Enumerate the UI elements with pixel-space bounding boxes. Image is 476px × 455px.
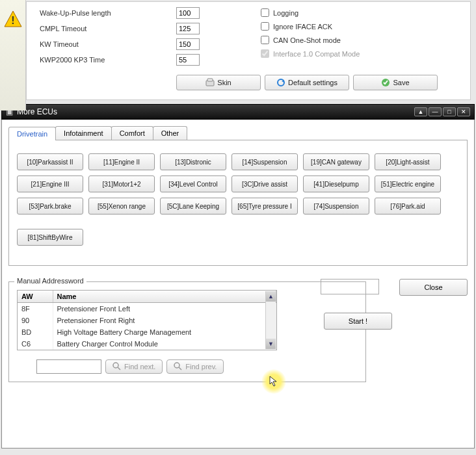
defaults-button[interactable]: Default settings [265, 75, 349, 90]
search-next-icon [112, 362, 122, 371]
close-button[interactable]: ✕ [457, 107, 470, 116]
settings-panel: Wake-Up-Pulse length CMPL Timeout KW Tim… [26, 1, 471, 100]
iface-ack-checkbox[interactable] [261, 22, 269, 31]
ecu-button-15[interactable]: [65]Tyre pressure I [231, 198, 298, 214]
logging-label: Logging [273, 9, 298, 17]
ecu-button-8[interactable]: [34]Level Control [160, 176, 226, 192]
check-icon [381, 78, 390, 87]
kp3-label: KWP2000 KP3 Time [40, 56, 176, 64]
table-row[interactable]: 8FPretensioner Front Left [18, 303, 276, 315]
ecu-panel: [10]Parkassist II[11]Engine II[13]Distro… [8, 140, 468, 266]
table-row[interactable]: C6Battery Charger Control Module [18, 338, 276, 350]
cmpl-input[interactable] [176, 23, 200, 34]
table-row[interactable]: 90Pretensioner Front Right [18, 315, 276, 326]
wake-up-label: Wake-Up-Pulse length [40, 9, 176, 17]
ecu-button-12[interactable]: [53]Park.brake [17, 198, 83, 214]
ecu-button-6[interactable]: [21]Engine III [17, 176, 83, 192]
ecu-button-5[interactable]: [20]Light-assist [375, 153, 441, 170]
manual-table: AW Name 8FPretensioner Front Left90Prete… [17, 290, 277, 350]
find-prev-button[interactable]: Find prev. [166, 359, 224, 374]
ecu-button-14[interactable]: [5C]Lane Keeping [160, 198, 226, 214]
ecu-button-0[interactable]: [10]Parkassist II [17, 153, 83, 170]
ecu-button-11[interactable]: [51]Electric engine [375, 176, 441, 192]
scrollbar[interactable]: ▲ ▼ [265, 291, 276, 349]
ecu-button-10[interactable]: [41]Dieselpump [303, 176, 369, 192]
background-strip: ! [0, 0, 26, 110]
col-aw[interactable]: AW [18, 291, 53, 303]
scroll-up-icon[interactable]: ▲ [266, 291, 276, 302]
address-input[interactable] [321, 279, 379, 294]
kw-label: KW Timeout [40, 40, 176, 48]
cell-name: Battery Charger Control Module [53, 338, 276, 350]
ecu-button-17[interactable]: [76]Park.aid [375, 198, 441, 214]
cell-aw: 90 [18, 315, 53, 326]
find-next-button[interactable]: Find next. [105, 359, 163, 374]
ecu-button-4[interactable]: [19]CAN gateway [303, 153, 369, 170]
tabs: Drivetrain Infotainment Comfort Other [8, 126, 468, 140]
settings-fields: Wake-Up-Pulse length CMPL Timeout KW Tim… [40, 7, 464, 66]
tab-infotainment[interactable]: Infotainment [55, 126, 112, 140]
ecu-button-3[interactable]: [14]Suspension [231, 153, 298, 170]
compat-checkbox [261, 49, 269, 58]
manual-fieldset: Manual Addressword AW Name 8FPretensione… [8, 281, 366, 382]
tab-other[interactable]: Other [153, 126, 188, 140]
rollup-button[interactable]: ▲ [414, 107, 427, 116]
cell-name: Pretensioner Front Right [53, 315, 276, 326]
svg-point-9 [174, 363, 179, 368]
ecu-button-7[interactable]: [31]Motor1+2 [88, 176, 155, 192]
cmpl-label: CMPL Timeout [40, 25, 176, 32]
oneshot-label: CAN One-Shot mode [273, 36, 341, 44]
ecu-grid: [10]Parkassist II[11]Engine II[13]Distro… [17, 153, 459, 246]
search-prev-icon [174, 362, 183, 371]
cell-aw: BD [18, 326, 53, 338]
svg-line-8 [118, 367, 120, 370]
cell-name: High Voltage Battery Charge Management [53, 326, 276, 338]
ecu-button-18[interactable]: [81]ShiftByWire [17, 229, 83, 246]
logging-checkbox[interactable] [261, 8, 269, 17]
compat-label: Interface 1.0 Compat Mode [273, 50, 360, 58]
ecu-button-2[interactable]: [13]Distronic [160, 153, 226, 170]
ecu-button-16[interactable]: [74]Suspension [303, 198, 369, 214]
scroll-down-icon[interactable]: ▼ [266, 339, 276, 349]
iface-ack-label: Ignore IFACE ACK [273, 23, 332, 31]
svg-point-4 [278, 79, 284, 86]
maximize-button[interactable]: □ [443, 107, 456, 116]
ecu-button-9[interactable]: [3C]Drive assist [231, 176, 298, 192]
svg-text:!: ! [11, 15, 14, 26]
tab-comfort[interactable]: Comfort [111, 126, 153, 140]
wake-up-input[interactable] [176, 7, 200, 19]
warning-icon: ! [4, 10, 22, 27]
skin-icon [205, 78, 215, 87]
svg-point-7 [113, 363, 118, 368]
table-row[interactable]: BDHigh Voltage Battery Charge Management [18, 326, 276, 338]
kp3-input[interactable] [176, 54, 200, 66]
close-panel-button[interactable]: Close [399, 279, 468, 296]
cell-aw: 8F [18, 303, 53, 315]
oneshot-checkbox[interactable] [261, 36, 269, 44]
start-button[interactable]: Start ! [324, 313, 392, 330]
ecu-button-1[interactable]: [11]Engine II [88, 153, 155, 170]
settings-checks: Logging Ignore IFACE ACK CAN One-Shot mo… [261, 7, 360, 63]
svg-rect-3 [207, 79, 213, 81]
find-input[interactable] [36, 359, 101, 374]
refresh-icon [276, 78, 285, 87]
manual-legend: Manual Addressword [14, 277, 86, 285]
save-button[interactable]: Save [353, 75, 438, 90]
kw-input[interactable] [176, 38, 200, 50]
skin-button[interactable]: Skin [176, 75, 261, 90]
ecu-button-13[interactable]: [55]Xenon range [88, 198, 155, 214]
cell-aw: C6 [18, 338, 53, 350]
title-bar: ▣ More ECUs ▲ — □ ✕ [1, 104, 475, 120]
cell-name: Pretensioner Front Left [53, 303, 276, 315]
minimize-button[interactable]: — [429, 107, 442, 116]
svg-line-10 [179, 367, 181, 370]
tab-drivetrain[interactable]: Drivetrain [8, 127, 56, 140]
col-name[interactable]: Name [53, 291, 276, 303]
window-body: Drivetrain Infotainment Comfort Other [1… [1, 120, 475, 448]
